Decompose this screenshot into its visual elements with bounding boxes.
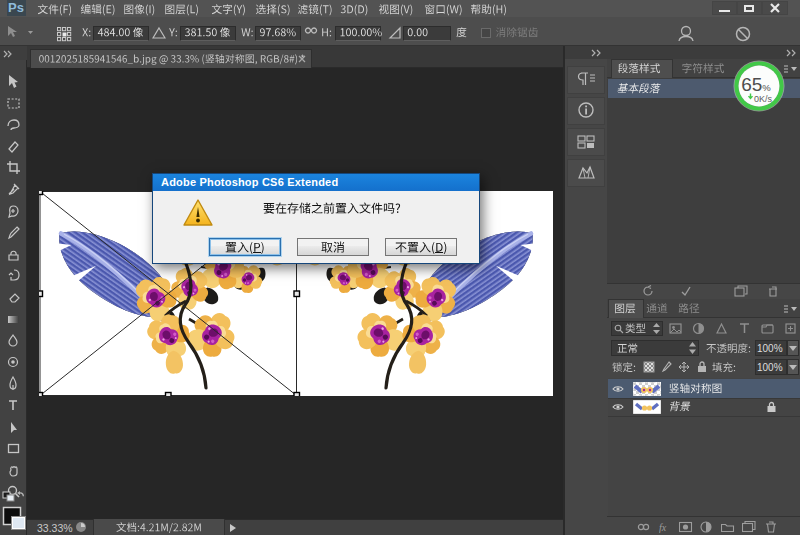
svg-text:0K/s: 0K/s [754, 94, 773, 104]
svg-text:fx: fx [659, 522, 667, 533]
